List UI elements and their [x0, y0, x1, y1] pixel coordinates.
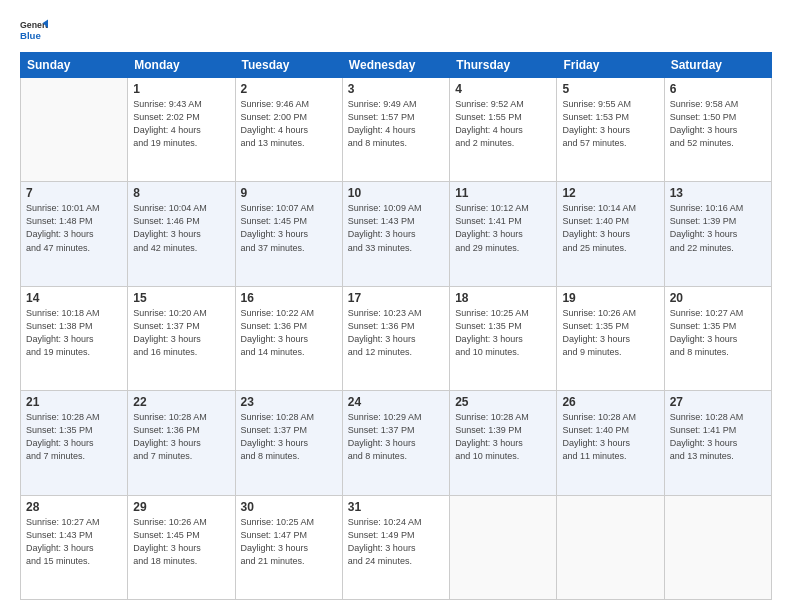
calendar-cell: 8Sunrise: 10:04 AM Sunset: 1:46 PM Dayli…	[128, 182, 235, 286]
day-number: 23	[241, 395, 337, 409]
day-info: Sunrise: 9:55 AM Sunset: 1:53 PM Dayligh…	[562, 98, 658, 150]
day-info: Sunrise: 9:52 AM Sunset: 1:55 PM Dayligh…	[455, 98, 551, 150]
calendar-cell: 1Sunrise: 9:43 AM Sunset: 2:02 PM Daylig…	[128, 78, 235, 182]
day-header-tuesday: Tuesday	[235, 53, 342, 78]
day-info: Sunrise: 10:24 AM Sunset: 1:49 PM Daylig…	[348, 516, 444, 568]
calendar-cell: 19Sunrise: 10:26 AM Sunset: 1:35 PM Dayl…	[557, 286, 664, 390]
day-number: 7	[26, 186, 122, 200]
calendar-cell: 14Sunrise: 10:18 AM Sunset: 1:38 PM Dayl…	[21, 286, 128, 390]
calendar-week-row: 14Sunrise: 10:18 AM Sunset: 1:38 PM Dayl…	[21, 286, 772, 390]
day-number: 28	[26, 500, 122, 514]
calendar-cell: 24Sunrise: 10:29 AM Sunset: 1:37 PM Dayl…	[342, 391, 449, 495]
day-info: Sunrise: 10:28 AM Sunset: 1:36 PM Daylig…	[133, 411, 229, 463]
day-info: Sunrise: 10:04 AM Sunset: 1:46 PM Daylig…	[133, 202, 229, 254]
day-info: Sunrise: 10:27 AM Sunset: 1:35 PM Daylig…	[670, 307, 766, 359]
day-number: 25	[455, 395, 551, 409]
day-number: 22	[133, 395, 229, 409]
day-info: Sunrise: 9:43 AM Sunset: 2:02 PM Dayligh…	[133, 98, 229, 150]
day-info: Sunrise: 9:49 AM Sunset: 1:57 PM Dayligh…	[348, 98, 444, 150]
calendar-cell: 13Sunrise: 10:16 AM Sunset: 1:39 PM Dayl…	[664, 182, 771, 286]
day-info: Sunrise: 10:25 AM Sunset: 1:47 PM Daylig…	[241, 516, 337, 568]
svg-text:General: General	[20, 20, 48, 30]
calendar-cell: 7Sunrise: 10:01 AM Sunset: 1:48 PM Dayli…	[21, 182, 128, 286]
day-info: Sunrise: 10:29 AM Sunset: 1:37 PM Daylig…	[348, 411, 444, 463]
calendar-cell: 16Sunrise: 10:22 AM Sunset: 1:36 PM Dayl…	[235, 286, 342, 390]
day-info: Sunrise: 10:23 AM Sunset: 1:36 PM Daylig…	[348, 307, 444, 359]
calendar-cell: 26Sunrise: 10:28 AM Sunset: 1:40 PM Dayl…	[557, 391, 664, 495]
day-info: Sunrise: 10:01 AM Sunset: 1:48 PM Daylig…	[26, 202, 122, 254]
day-number: 3	[348, 82, 444, 96]
calendar-cell: 30Sunrise: 10:25 AM Sunset: 1:47 PM Dayl…	[235, 495, 342, 599]
calendar-cell: 4Sunrise: 9:52 AM Sunset: 1:55 PM Daylig…	[450, 78, 557, 182]
calendar-cell: 3Sunrise: 9:49 AM Sunset: 1:57 PM Daylig…	[342, 78, 449, 182]
day-number: 26	[562, 395, 658, 409]
header: General Blue	[20, 16, 772, 44]
calendar-header-row: SundayMondayTuesdayWednesdayThursdayFrid…	[21, 53, 772, 78]
day-number: 8	[133, 186, 229, 200]
logo: General Blue	[20, 16, 48, 44]
day-info: Sunrise: 10:07 AM Sunset: 1:45 PM Daylig…	[241, 202, 337, 254]
calendar-cell: 22Sunrise: 10:28 AM Sunset: 1:36 PM Dayl…	[128, 391, 235, 495]
day-info: Sunrise: 10:28 AM Sunset: 1:35 PM Daylig…	[26, 411, 122, 463]
day-info: Sunrise: 10:16 AM Sunset: 1:39 PM Daylig…	[670, 202, 766, 254]
svg-text:Blue: Blue	[20, 30, 41, 41]
day-header-monday: Monday	[128, 53, 235, 78]
calendar-cell: 5Sunrise: 9:55 AM Sunset: 1:53 PM Daylig…	[557, 78, 664, 182]
calendar-cell: 10Sunrise: 10:09 AM Sunset: 1:43 PM Dayl…	[342, 182, 449, 286]
day-info: Sunrise: 10:28 AM Sunset: 1:37 PM Daylig…	[241, 411, 337, 463]
day-number: 13	[670, 186, 766, 200]
day-number: 20	[670, 291, 766, 305]
calendar-cell: 15Sunrise: 10:20 AM Sunset: 1:37 PM Dayl…	[128, 286, 235, 390]
day-header-thursday: Thursday	[450, 53, 557, 78]
day-info: Sunrise: 9:58 AM Sunset: 1:50 PM Dayligh…	[670, 98, 766, 150]
day-header-friday: Friday	[557, 53, 664, 78]
day-number: 9	[241, 186, 337, 200]
calendar-cell: 18Sunrise: 10:25 AM Sunset: 1:35 PM Dayl…	[450, 286, 557, 390]
calendar-cell: 6Sunrise: 9:58 AM Sunset: 1:50 PM Daylig…	[664, 78, 771, 182]
calendar-cell: 2Sunrise: 9:46 AM Sunset: 2:00 PM Daylig…	[235, 78, 342, 182]
calendar-cell: 27Sunrise: 10:28 AM Sunset: 1:41 PM Dayl…	[664, 391, 771, 495]
day-number: 5	[562, 82, 658, 96]
calendar-cell: 31Sunrise: 10:24 AM Sunset: 1:49 PM Dayl…	[342, 495, 449, 599]
day-number: 24	[348, 395, 444, 409]
day-header-wednesday: Wednesday	[342, 53, 449, 78]
calendar-week-row: 7Sunrise: 10:01 AM Sunset: 1:48 PM Dayli…	[21, 182, 772, 286]
calendar-week-row: 1Sunrise: 9:43 AM Sunset: 2:02 PM Daylig…	[21, 78, 772, 182]
day-number: 11	[455, 186, 551, 200]
calendar-cell: 23Sunrise: 10:28 AM Sunset: 1:37 PM Dayl…	[235, 391, 342, 495]
calendar-cell	[557, 495, 664, 599]
calendar-cell	[664, 495, 771, 599]
day-number: 10	[348, 186, 444, 200]
day-info: Sunrise: 10:18 AM Sunset: 1:38 PM Daylig…	[26, 307, 122, 359]
day-number: 15	[133, 291, 229, 305]
day-info: Sunrise: 10:22 AM Sunset: 1:36 PM Daylig…	[241, 307, 337, 359]
day-info: Sunrise: 10:14 AM Sunset: 1:40 PM Daylig…	[562, 202, 658, 254]
day-number: 27	[670, 395, 766, 409]
day-info: Sunrise: 10:20 AM Sunset: 1:37 PM Daylig…	[133, 307, 229, 359]
calendar-cell: 29Sunrise: 10:26 AM Sunset: 1:45 PM Dayl…	[128, 495, 235, 599]
calendar-week-row: 28Sunrise: 10:27 AM Sunset: 1:43 PM Dayl…	[21, 495, 772, 599]
day-info: Sunrise: 10:28 AM Sunset: 1:40 PM Daylig…	[562, 411, 658, 463]
day-info: Sunrise: 10:25 AM Sunset: 1:35 PM Daylig…	[455, 307, 551, 359]
day-number: 6	[670, 82, 766, 96]
logo-icon: General Blue	[20, 16, 48, 44]
calendar-cell: 9Sunrise: 10:07 AM Sunset: 1:45 PM Dayli…	[235, 182, 342, 286]
calendar-cell: 17Sunrise: 10:23 AM Sunset: 1:36 PM Dayl…	[342, 286, 449, 390]
calendar-cell	[21, 78, 128, 182]
day-number: 2	[241, 82, 337, 96]
day-info: Sunrise: 10:12 AM Sunset: 1:41 PM Daylig…	[455, 202, 551, 254]
calendar-cell: 11Sunrise: 10:12 AM Sunset: 1:41 PM Dayl…	[450, 182, 557, 286]
calendar-week-row: 21Sunrise: 10:28 AM Sunset: 1:35 PM Dayl…	[21, 391, 772, 495]
day-info: Sunrise: 9:46 AM Sunset: 2:00 PM Dayligh…	[241, 98, 337, 150]
calendar-cell: 20Sunrise: 10:27 AM Sunset: 1:35 PM Dayl…	[664, 286, 771, 390]
day-number: 19	[562, 291, 658, 305]
day-info: Sunrise: 10:26 AM Sunset: 1:35 PM Daylig…	[562, 307, 658, 359]
calendar-cell: 21Sunrise: 10:28 AM Sunset: 1:35 PM Dayl…	[21, 391, 128, 495]
day-number: 1	[133, 82, 229, 96]
calendar-cell: 12Sunrise: 10:14 AM Sunset: 1:40 PM Dayl…	[557, 182, 664, 286]
day-number: 4	[455, 82, 551, 96]
calendar-table: SundayMondayTuesdayWednesdayThursdayFrid…	[20, 52, 772, 600]
day-header-saturday: Saturday	[664, 53, 771, 78]
day-number: 17	[348, 291, 444, 305]
calendar-cell	[450, 495, 557, 599]
